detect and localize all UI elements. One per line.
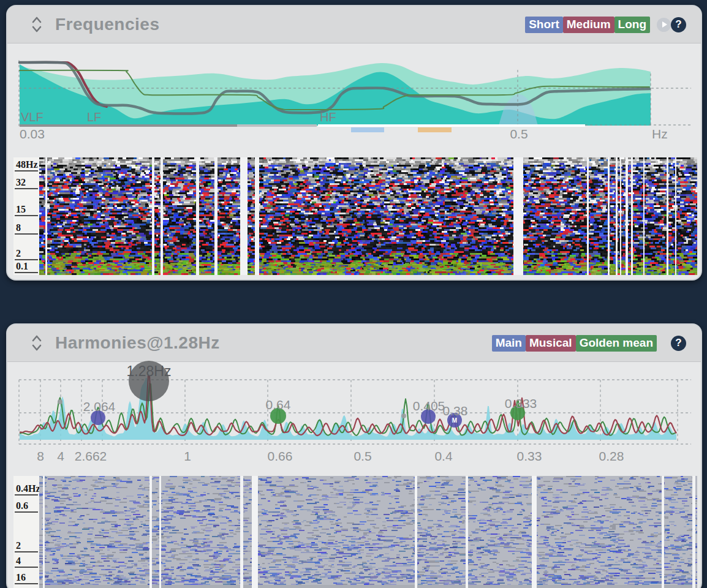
legend-badge-musical[interactable]: Musical (526, 335, 576, 352)
harmonies-legend: MainMusicalGolden mean (492, 335, 657, 352)
peak-label: 0.64 (266, 398, 291, 412)
peak-label: 0.405 (413, 399, 445, 413)
x-tick-label: 0.5 (510, 127, 527, 141)
peak-label: 0.38 (443, 404, 468, 418)
app-background: Frequencies ShortMediumLong ? VLFLFHF0.0… (0, 0, 707, 588)
frequencies-panel: Frequencies ShortMediumLong ? VLFLFHF0.0… (6, 5, 702, 281)
peak-dot (58, 399, 62, 404)
collapse-toggle-icon[interactable] (31, 334, 43, 352)
spectrogram-axis-label: 2 (15, 539, 38, 552)
peak-label: 1.28Hz (127, 363, 172, 379)
legend-badge-golden-mean[interactable]: Golden mean (576, 335, 657, 352)
baseline-bar (351, 127, 384, 132)
frequencies-spectrogram[interactable] (39, 157, 697, 275)
harmonies-panel: Harmonies@1.28Hz MainMusicalGolden mean … (6, 323, 702, 588)
baseline-bar (318, 124, 585, 127)
frequencies-header: Frequencies ShortMediumLong ? (7, 6, 701, 43)
band-label: HF (320, 110, 336, 124)
peak-label: 2.064 (83, 399, 116, 413)
peak-label: 0.333 (505, 396, 537, 410)
play-button[interactable] (657, 18, 671, 32)
marker-glyph: M (452, 417, 457, 424)
spectrogram-axis-label: 8 (15, 221, 38, 235)
x-tick-label: 1 (184, 449, 191, 463)
baseline-bar (237, 124, 317, 127)
band-label: LF (87, 110, 101, 124)
spectrogram-axis-label: 15 (15, 203, 38, 216)
collapse-toggle-icon[interactable] (31, 15, 43, 34)
frequencies-spectrogram-axis: 48Hz3215820.1 (13, 157, 39, 275)
spectrogram-axis-label: 0.6 (15, 499, 38, 513)
spectrogram-axis-label: 0.1 (15, 260, 38, 273)
harmonies-spectrogram-axis: 0.4Hz0.62416 (13, 476, 39, 588)
x-tick-label: 0.03 (20, 127, 45, 141)
x-tick-label: 0.4 (434, 449, 453, 463)
x-tick-label: Hz (652, 127, 668, 141)
spectrogram-axis-label: 2 (15, 247, 38, 260)
x-tick-label: 0.5 (354, 449, 371, 463)
spectrogram-axis-label: 4 (15, 554, 38, 568)
x-tick-label: 0.28 (599, 449, 624, 463)
harmonies-header: Harmonies@1.28Hz MainMusicalGolden mean … (7, 325, 701, 362)
x-tick-label: 0.66 (268, 449, 293, 463)
harmonies-spectrogram[interactable] (39, 476, 697, 588)
x-tick-label: 2.662 (75, 449, 107, 463)
frequencies-chart[interactable]: VLFLFHF0.030.5Hz (7, 45, 702, 154)
legend-badge-long[interactable]: Long (614, 17, 650, 33)
x-tick-label: 8 (37, 449, 44, 463)
spectrogram-axis-label: 32 (15, 176, 38, 189)
band-label: VLF (21, 110, 43, 124)
frequencies-title: Frequencies (55, 15, 159, 34)
harmonies-title: Harmonies@1.28Hz (55, 333, 220, 353)
legend-badge-medium[interactable]: Medium (563, 17, 614, 33)
x-tick-label: 4 (57, 449, 64, 463)
spectrogram-axis-label: 48Hz (15, 158, 38, 172)
spectrogram-axis-label: 0.4Hz (15, 482, 38, 496)
help-button-harmonies[interactable]: ? (671, 336, 686, 351)
harmonies-chart[interactable]: 1.28Hz2.0640.640.405M0.380.333842.66210.… (7, 360, 702, 468)
legend-badge-main[interactable]: Main (492, 335, 526, 352)
x-tick-label: 0.33 (517, 449, 542, 463)
baseline-bar (20, 124, 237, 127)
help-button-frequencies[interactable]: ? (671, 17, 686, 32)
peak-dot (401, 413, 406, 418)
spectrogram-axis-label: 16 (15, 571, 38, 584)
legend-badge-short[interactable]: Short (525, 17, 563, 33)
baseline-bar (418, 127, 452, 132)
frequencies-legend: ShortMediumLong (525, 17, 650, 33)
